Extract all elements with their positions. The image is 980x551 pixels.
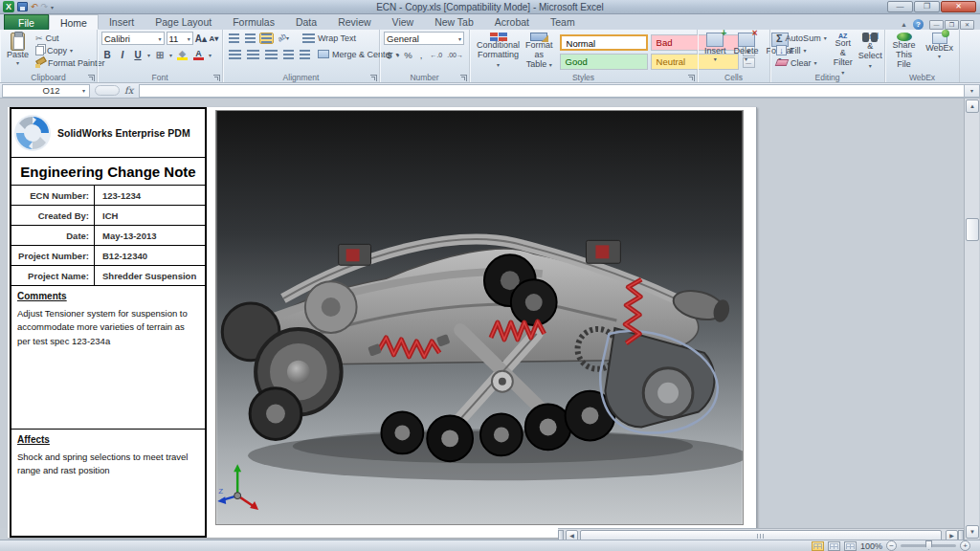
align-bottom-button[interactable] — [259, 33, 274, 44]
page-layout-view-icon[interactable] — [828, 541, 840, 551]
font-family-select[interactable]: Calibri ▾ — [101, 32, 165, 45]
accounting-format-icon[interactable]: $ — [384, 50, 394, 60]
tab-team[interactable]: Team — [540, 14, 586, 30]
zoom-slider-handle[interactable] — [925, 540, 932, 550]
ribbon-collapse-icon[interactable]: ▲ — [901, 21, 907, 28]
tab-new-tab[interactable]: New Tab — [424, 14, 484, 30]
comments-section[interactable]: Comments Adjust Tensioner system for sus… — [11, 286, 205, 430]
field-row-created-by[interactable]: Created By: ICH — [11, 206, 205, 226]
number-format-select[interactable]: General ▾ — [384, 32, 464, 45]
fill-button[interactable]: ↓ Fill ▾ — [774, 44, 829, 56]
font-color-icon[interactable]: A — [192, 49, 205, 60]
number-dialog-launcher-icon[interactable] — [460, 75, 467, 81]
share-this-file-button[interactable]: Share This File — [889, 32, 919, 71]
bold-button[interactable]: B — [101, 50, 113, 60]
cell-style-normal[interactable]: Normal — [560, 34, 648, 51]
cell-style-good[interactable]: Good — [560, 54, 648, 70]
tab-review[interactable]: Review — [327, 14, 381, 30]
scroll-up-icon[interactable]: ▲ — [966, 99, 979, 113]
delete-cells-button[interactable]: × Delete ▾ — [731, 32, 762, 71]
cut-button[interactable]: ✂ Cut — [33, 32, 107, 44]
worksheet-page[interactable]: SolidWorks Enterprise PDM Engineering Ch… — [8, 107, 757, 538]
increase-decimal-icon[interactable]: ←.0 — [427, 52, 445, 58]
paste-dropdown-icon[interactable]: ▾ — [16, 60, 19, 67]
page-break-view-icon[interactable] — [844, 541, 857, 551]
borders-icon[interactable]: ⊞ — [154, 50, 166, 60]
accounting-dropdown-icon[interactable]: ▾ — [396, 52, 399, 58]
tab-view[interactable]: View — [382, 14, 425, 30]
brand-row[interactable]: SolidWorks Enterprise PDM — [11, 109, 205, 158]
fill-color-icon[interactable]: ◈ — [176, 49, 189, 60]
decrease-indent-icon[interactable] — [281, 49, 296, 60]
increase-indent-icon[interactable] — [298, 49, 312, 60]
align-right-button[interactable] — [263, 49, 279, 60]
zoom-level[interactable]: 100% — [860, 541, 882, 551]
affects-section[interactable]: Affects Shock and spring selections to m… — [11, 430, 205, 535]
conditional-formatting-button[interactable]: Conditional Formatting ▾ — [474, 32, 523, 71]
font-size-select[interactable]: 11 ▾ — [167, 32, 193, 45]
zoom-out-icon[interactable]: − — [886, 540, 897, 551]
tab-home[interactable]: Home — [49, 14, 99, 30]
formula-bar-expand-icon[interactable]: ▾ — [964, 84, 980, 98]
webex-icon — [932, 33, 947, 44]
font-dialog-launcher-icon[interactable] — [213, 75, 220, 81]
name-box[interactable]: O12 ▾ — [2, 84, 90, 98]
grow-font-icon[interactable]: A▴ — [195, 33, 207, 44]
styles-dialog-launcher-icon[interactable] — [688, 75, 695, 81]
underline-dropdown-icon[interactable]: ▾ — [147, 52, 150, 58]
align-center-button[interactable] — [245, 49, 261, 60]
tab-file[interactable]: File — [4, 14, 49, 30]
vscroll-thumb[interactable] — [966, 218, 979, 241]
underline-button[interactable]: U — [132, 50, 144, 60]
align-middle-button[interactable] — [243, 33, 257, 44]
clipboard-dialog-launcher-icon[interactable] — [88, 75, 95, 81]
orientation-icon[interactable]: ab▾ — [276, 33, 291, 43]
paste-button[interactable]: Paste ▾ — [4, 32, 32, 67]
wrap-text-button[interactable]: Wrap Text — [301, 32, 358, 44]
tab-data[interactable]: Data — [285, 14, 327, 30]
zoom-slider[interactable] — [901, 544, 956, 547]
tab-formulas[interactable]: Formulas — [222, 14, 285, 30]
restore-button[interactable]: ❐ — [914, 1, 940, 12]
comma-style-icon[interactable]: , — [417, 50, 426, 60]
insert-function-icon[interactable]: fx — [124, 85, 133, 96]
insert-cells-button[interactable]: + Insert ▾ — [702, 32, 729, 71]
decrease-decimal-icon[interactable]: .00→ — [447, 52, 463, 58]
field-row-project-name[interactable]: Project Name: Shredder Suspension — [11, 266, 205, 286]
copy-button[interactable]: Copy ▾ — [33, 44, 107, 56]
shrink-font-icon[interactable]: A▾ — [209, 34, 219, 43]
scroll-down-icon[interactable]: ▼ — [966, 525, 979, 539]
find-select-button[interactable]: Find & Select ▾ — [856, 32, 885, 71]
webex-button[interactable]: WebEx ▾ — [923, 32, 956, 71]
field-row-ecn-number[interactable]: ECN Number: 123-1234 — [11, 186, 205, 206]
align-top-button[interactable] — [227, 33, 241, 44]
doc-close-button[interactable]: ✕ — [960, 20, 974, 30]
borders-dropdown-icon[interactable]: ▾ — [169, 52, 172, 58]
format-painter-button[interactable]: Format Painter — [33, 56, 107, 69]
format-as-table-button[interactable]: Format as Table ▾ — [523, 32, 556, 71]
help-icon[interactable]: ? — [913, 19, 924, 30]
cad-render-image[interactable]: Z — [215, 110, 744, 525]
font-color-dropdown-icon[interactable]: ▾ — [209, 52, 212, 58]
tab-acrobat[interactable]: Acrobat — [484, 14, 540, 30]
document-title-row[interactable]: Engineering Change Note — [11, 158, 205, 186]
percent-style-icon[interactable]: % — [401, 50, 414, 60]
field-row-date[interactable]: Date: May-13-2013 — [11, 226, 205, 246]
tab-page-layout[interactable]: Page Layout — [145, 14, 222, 30]
align-left-button[interactable] — [227, 49, 243, 60]
field-row-project-number[interactable]: Project Number: B12-12340 — [11, 246, 205, 266]
zoom-in-icon[interactable]: + — [960, 540, 970, 551]
italic-button[interactable]: I — [117, 50, 128, 60]
minimize-button[interactable]: — — [887, 1, 913, 12]
alignment-dialog-launcher-icon[interactable] — [370, 75, 377, 81]
doc-minimize-button[interactable]: — — [929, 20, 944, 30]
clear-button[interactable]: Clear ▾ — [774, 56, 829, 69]
tab-insert[interactable]: Insert — [99, 14, 145, 30]
normal-view-icon[interactable] — [812, 541, 824, 551]
formula-input[interactable] — [139, 84, 964, 98]
close-button[interactable]: ✕ — [941, 1, 976, 12]
doc-restore-button[interactable]: ❐ — [945, 20, 959, 30]
autosum-button[interactable]: Σ AutoSum ▾ — [774, 32, 829, 44]
name-box-dropdown-icon[interactable]: ▾ — [82, 87, 85, 94]
sort-filter-button[interactable]: AZ Sort & Filter ▾ — [831, 32, 856, 71]
